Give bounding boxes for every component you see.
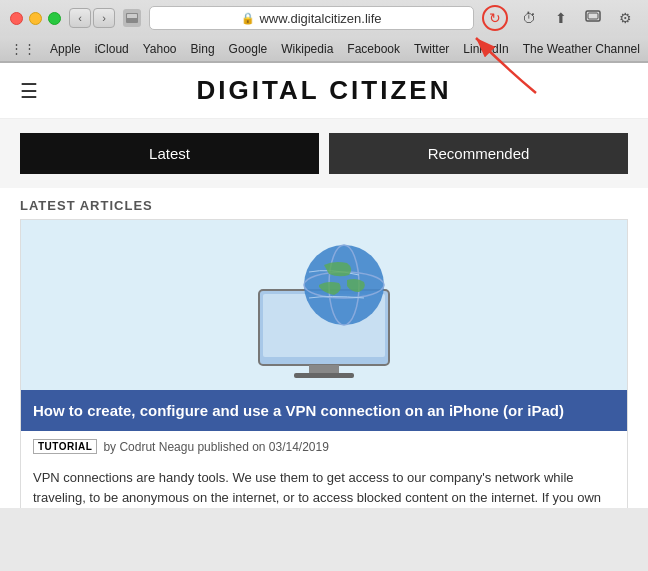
tab-recommended[interactable]: Recommended [329, 133, 628, 174]
article-meta: TUTORIAL by Codrut Neagu published on 03… [21, 431, 627, 462]
settings-icon[interactable]: ⚙ [612, 5, 638, 31]
tutorial-badge: TUTORIAL [33, 439, 97, 454]
bookmark-linkedin[interactable]: LinkedIn [463, 42, 508, 56]
page-header: ☰ DIGITAL CITIZEN [0, 63, 648, 119]
page-content: ☰ DIGITAL CITIZEN Latest Recommended LAT… [0, 63, 648, 508]
minimize-button[interactable] [29, 12, 42, 25]
article-card: How to create, configure and use a VPN c… [20, 219, 628, 508]
url-text: www.digitalcitizen.life [259, 11, 381, 26]
toolbar-icons: ⏱ ⬆ ⚙ [516, 5, 638, 31]
svg-rect-7 [309, 365, 339, 373]
svg-point-9 [304, 245, 384, 325]
close-button[interactable] [10, 12, 23, 25]
tab-latest[interactable]: Latest [20, 133, 319, 174]
tabs-icon[interactable] [580, 5, 606, 31]
address-bar[interactable]: 🔒 www.digitalcitizen.life [149, 6, 474, 30]
traffic-lights [10, 12, 61, 25]
forward-button[interactable]: › [93, 8, 115, 28]
bookmark-google[interactable]: Google [229, 42, 268, 56]
bookmark-apple[interactable]: Apple [50, 42, 81, 56]
nav-buttons: ‹ › [69, 8, 115, 28]
bookmarks-grid-icon: ⋮⋮ [10, 41, 36, 56]
section-label: LATEST ARTICLES [0, 188, 648, 219]
bookmark-weather[interactable]: The Weather Channel [523, 42, 640, 56]
hamburger-menu[interactable]: ☰ [20, 79, 38, 103]
article-excerpt: VPN connections are handy tools. We use … [21, 462, 627, 508]
tabs-row: Latest Recommended [0, 119, 648, 188]
back-button[interactable]: ‹ [69, 8, 91, 28]
bookmark-facebook[interactable]: Facebook [347, 42, 400, 56]
svg-rect-1 [127, 14, 137, 18]
bookmark-twitter[interactable]: Twitter [414, 42, 449, 56]
bookmark-bing[interactable]: Bing [191, 42, 215, 56]
refresh-button[interactable]: ↻ [482, 5, 508, 31]
article-image [21, 220, 627, 390]
site-title: DIGITAL CITIZEN [197, 75, 452, 106]
share-icon[interactable]: ⬆ [548, 5, 574, 31]
bookmark-yahoo[interactable]: Yahoo [143, 42, 177, 56]
title-bar: ‹ › 🔒 www.digitalcitizen.life ↻ ⏱ [0, 0, 648, 36]
window-chrome: ‹ › 🔒 www.digitalcitizen.life ↻ ⏱ [0, 0, 648, 63]
bookmarks-bar: ⋮⋮ Apple iCloud Yahoo Bing Google Wikipe… [0, 36, 648, 62]
article-title[interactable]: How to create, configure and use a VPN c… [21, 390, 627, 431]
article-meta-text: by Codrut Neagu published on 03/14/2019 [103, 440, 329, 454]
history-icon[interactable]: ⏱ [516, 5, 542, 31]
tab-icon [123, 9, 141, 27]
browser-content: ☰ DIGITAL CITIZEN Latest Recommended LAT… [0, 63, 648, 508]
svg-rect-8 [294, 373, 354, 378]
svg-rect-3 [588, 13, 598, 19]
bookmark-wikipedia[interactable]: Wikipedia [281, 42, 333, 56]
lock-icon: 🔒 [241, 12, 255, 25]
maximize-button[interactable] [48, 12, 61, 25]
bookmark-icloud[interactable]: iCloud [95, 42, 129, 56]
